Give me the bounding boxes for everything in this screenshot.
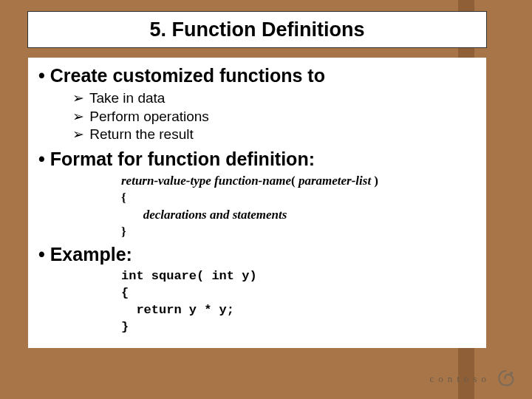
bullet-create: • Create customized functions to [38, 65, 476, 86]
slide-title: 5. Function Definitions [150, 18, 365, 41]
format-line4: } [121, 224, 476, 241]
format-line2: { [121, 190, 476, 207]
swirl-icon [495, 368, 517, 390]
format-line3: declarations and statements [143, 208, 287, 222]
arrow-icon: ➢ [72, 89, 86, 108]
sub-bullet-1: ➢ Take in data [72, 89, 476, 108]
format-line1-d: ) [371, 174, 378, 188]
title-bar: 5. Function Definitions [28, 12, 486, 47]
sub-bullet-3-text: Return the result [89, 126, 193, 142]
example-code: int square( int y) { return y * y; } [121, 268, 476, 336]
bullet-example: • Example: [38, 244, 476, 265]
format-line3-pre [121, 208, 143, 222]
sub-bullet-2-text: Perform operations [89, 109, 209, 124]
content-panel: • Create customized functions to ➢ Take … [28, 58, 486, 348]
sub-bullet-3: ➢ Return the result [72, 126, 476, 144]
format-definition: return-value-type function-name( paramet… [121, 173, 476, 241]
format-line1-a: return-value-type function-name [121, 174, 291, 188]
brand-text: contoso [430, 373, 491, 385]
arrow-icon: ➢ [72, 126, 86, 144]
format-line1-c: parameter-list [299, 174, 371, 188]
sub-bullet-2: ➢ Perform operations [72, 108, 476, 126]
bullet-format: • Format for function definition: [38, 149, 476, 170]
format-line1-b: ( [291, 174, 299, 188]
brand-logo: contoso [430, 368, 517, 390]
sub-bullet-1-text: Take in data [89, 90, 165, 106]
svg-point-0 [510, 372, 513, 375]
arrow-icon: ➢ [72, 108, 86, 126]
